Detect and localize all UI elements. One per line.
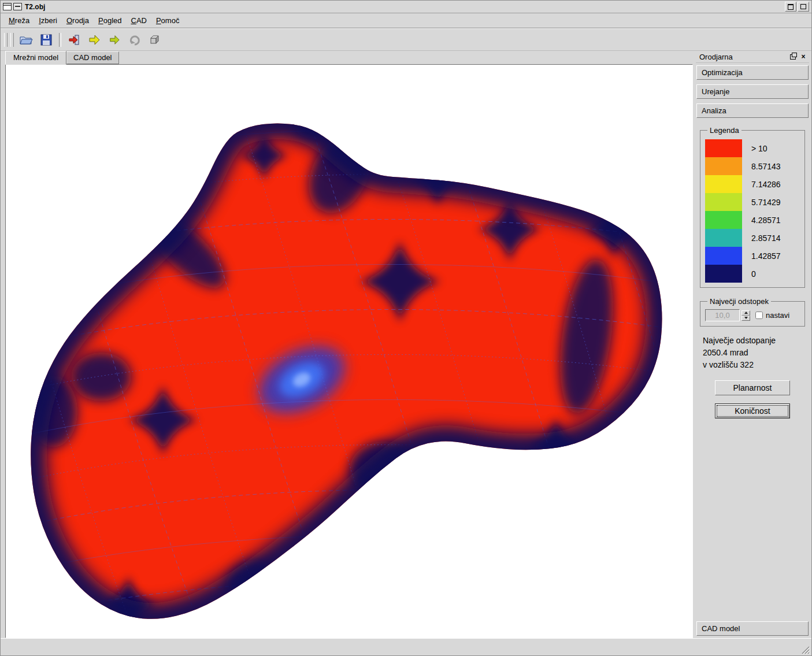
tab-bar: Mrežni model CAD model [5, 51, 693, 64]
transform-icon [149, 34, 161, 46]
deviation-spinner [741, 310, 750, 321]
forward-button[interactable] [85, 31, 103, 49]
section-urejanje[interactable]: Urejanje [696, 84, 809, 99]
tool-dock: Orodjarna × Optimizacija Urejanje Analiz… [696, 51, 809, 638]
redo-icon [128, 34, 141, 46]
spin-up-icon [744, 312, 748, 314]
legend-swatch [705, 229, 742, 247]
nastavi-checkbox[interactable] [755, 312, 763, 319]
open-button[interactable] [17, 31, 35, 49]
app-icon [3, 3, 12, 10]
mesh-viewport[interactable] [5, 64, 693, 638]
resize-grip-icon[interactable] [801, 646, 810, 654]
dock-float-button[interactable] [788, 53, 798, 61]
transform-button[interactable] [146, 31, 164, 49]
legend-value: 8.57143 [742, 157, 800, 175]
main-area: Mrežni model CAD model [1, 51, 811, 638]
analysis-buttons: Planarnost Koničnost [696, 380, 809, 427]
menu-mreza[interactable]: Mreža [4, 14, 34, 27]
title-bar[interactable]: T2.obj [1, 1, 811, 13]
status-bar [1, 638, 811, 655]
forward-alt-button[interactable] [105, 31, 124, 49]
dock-header[interactable]: Orodjarna × [696, 51, 809, 63]
legend-swatch [705, 247, 742, 265]
maximize-button[interactable] [798, 2, 809, 12]
save-icon [40, 34, 53, 46]
menu-cad[interactable]: CAD [126, 14, 151, 27]
legend-value: 5.71429 [742, 193, 800, 211]
toolbar-handle-line [10, 33, 14, 47]
close-icon: × [801, 54, 805, 60]
redo-button[interactable] [125, 31, 144, 49]
legend-table: > 10 8.57143 7.14286 5.71429 4.28571 2.8… [705, 139, 800, 283]
window-menu-icon[interactable] [13, 3, 22, 10]
deviation-info-line2: 2050.4 mrad [703, 347, 809, 359]
exit-icon [68, 34, 80, 46]
deviation-group: Največji odstopek nastavi [700, 297, 805, 327]
open-icon [19, 34, 33, 46]
float-icon [790, 54, 796, 60]
restore-button[interactable] [785, 2, 796, 12]
legend-value: 1.42857 [742, 247, 800, 265]
legend-value: 7.14286 [742, 175, 800, 193]
dock-close-button[interactable]: × [799, 53, 808, 61]
spin-down-icon [744, 317, 748, 319]
toolbar-separator [59, 33, 61, 47]
tab-mrezni-model[interactable]: Mrežni model [5, 51, 66, 65]
section-cad-model[interactable]: CAD model [696, 621, 809, 636]
deviation-group-title: Največji odstopek [707, 297, 771, 306]
deviation-info-line3: v vozlišču 322 [703, 359, 809, 371]
dock-title: Orodjarna [699, 53, 787, 61]
planarnost-button[interactable]: Planarnost [715, 380, 790, 395]
legend-swatch [705, 193, 742, 211]
menu-izberi[interactable]: Izberi [34, 14, 62, 27]
legend-swatch [705, 175, 742, 193]
menu-pogled[interactable]: Pogled [94, 14, 126, 27]
restore-icon [788, 4, 794, 10]
spin-down-button[interactable] [741, 316, 750, 321]
forward-arrow-alt-icon [109, 34, 120, 46]
section-optimizacija[interactable]: Optimizacija [696, 65, 809, 80]
legend-swatch [705, 211, 742, 229]
konicnost-button[interactable]: Koničnost [715, 403, 790, 418]
menu-pomoc[interactable]: Pomoč [151, 14, 184, 27]
legend-value: 4.28571 [742, 211, 800, 229]
deviation-row: nastavi [705, 309, 800, 321]
menu-orodja[interactable]: Orodja [62, 14, 94, 27]
toolbar-handle[interactable] [4, 33, 8, 47]
legend-value: > 10 [742, 139, 800, 157]
exit-button[interactable] [65, 31, 83, 49]
toolbar [1, 29, 811, 50]
nastavi-label[interactable]: nastavi [766, 311, 789, 320]
spin-up-button[interactable] [741, 310, 750, 316]
deviation-info-line1: Največje odstopanje [703, 335, 809, 347]
legend-swatch [705, 139, 742, 157]
mesh-render [6, 65, 692, 638]
legend-value: 0 [742, 265, 800, 283]
save-button[interactable] [37, 31, 55, 49]
deviation-input[interactable] [705, 309, 740, 321]
forward-arrow-icon [88, 34, 101, 46]
window-title: T2.obj [25, 3, 45, 11]
legend-group-title: Legenda [707, 126, 741, 135]
legend-swatch [705, 265, 742, 283]
maximize-icon [800, 4, 806, 9]
model-view-column: Mrežni model CAD model [5, 51, 693, 638]
legend-value: 2.85714 [742, 229, 800, 247]
menu-bar: Mreža Izberi Orodja Pogled CAD Pomoč [1, 13, 811, 28]
application-window: T2.obj Mreža Izberi Orodja Pogled CAD Po… [0, 0, 812, 656]
deviation-info: Največje odstopanje 2050.4 mrad v vozliš… [696, 330, 809, 371]
section-analiza[interactable]: Analiza [696, 103, 809, 118]
legend-group: Legenda > 10 8.57143 7.14286 5.71429 4.2… [700, 126, 805, 288]
legend-swatch [705, 157, 742, 175]
tab-cad-model[interactable]: CAD model [66, 51, 118, 64]
